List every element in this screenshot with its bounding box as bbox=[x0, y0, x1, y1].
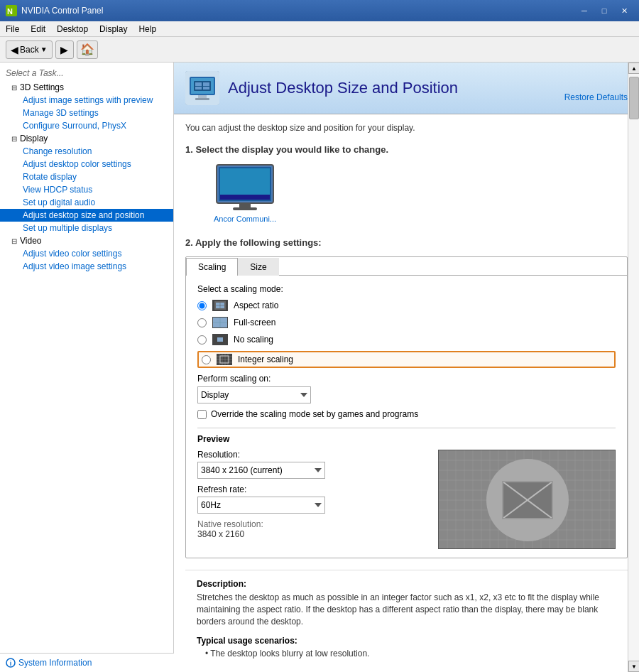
radio-aspect-ratio-input[interactable] bbox=[197, 301, 207, 310]
sidebar-item-manage-3d[interactable]: Manage 3D settings bbox=[0, 107, 173, 119]
radio-fullscreen-input[interactable] bbox=[197, 318, 207, 327]
close-button[interactable]: ✕ bbox=[615, 4, 633, 18]
preview-grid bbox=[438, 450, 616, 549]
no-scaling-icon bbox=[212, 334, 228, 345]
radio-integer-scaling[interactable]: Integer scaling bbox=[197, 351, 616, 368]
system-info-label: System Information bbox=[18, 658, 92, 668]
svg-rect-11 bbox=[203, 82, 209, 86]
header-icon-svg bbox=[185, 71, 219, 105]
scrollbar-thumb[interactable] bbox=[629, 77, 639, 119]
content-header-title: Adjust Desktop Size and Position bbox=[228, 79, 556, 97]
scrollbar-up[interactable]: ▲ bbox=[628, 63, 639, 74]
sidebar-item-video-image[interactable]: Adjust video image settings bbox=[0, 260, 173, 273]
refresh-rate-label: Refresh rate: bbox=[197, 484, 427, 494]
perform-scaling-label: Perform scaling on: bbox=[197, 374, 616, 384]
expand-icon-3d: ⊟ bbox=[11, 84, 17, 92]
perform-scaling-dropdown-row: Display GPU bbox=[197, 386, 616, 403]
app-icon: N bbox=[6, 5, 17, 16]
fullscreen-icon bbox=[212, 317, 228, 328]
preview-section: Resolution: 3840 x 2160 (current) 1920 x… bbox=[197, 450, 616, 549]
svg-rect-18 bbox=[239, 203, 251, 207]
expand-icon-display: ⊟ bbox=[11, 135, 17, 143]
restore-defaults-button[interactable]: Restore Defaults bbox=[564, 92, 628, 105]
radio-no-scaling-label: No scaling bbox=[234, 335, 273, 345]
menu-edit[interactable]: Edit bbox=[25, 21, 51, 36]
radio-no-scaling-input[interactable] bbox=[197, 335, 207, 345]
aspect-ratio-icon bbox=[212, 300, 228, 311]
sidebar-section-display-label: Display bbox=[20, 134, 48, 143]
sidebar-section-3d[interactable]: ⊟ 3D Settings bbox=[0, 81, 173, 94]
sidebar-item-adjust-image[interactable]: Adjust image settings with preview bbox=[0, 94, 173, 107]
radio-integer-scaling-label: Integer scaling bbox=[238, 354, 293, 364]
sidebar-section-display[interactable]: ⊟ Display bbox=[0, 132, 173, 145]
native-res-value: 3840 x 2160 bbox=[197, 529, 427, 539]
tab-content-scaling: Select a scaling mode: Aspect ratio bbox=[186, 276, 627, 558]
refresh-rate-dropdown[interactable]: 60Hz 30Hz bbox=[197, 497, 325, 514]
sidebar-section-video[interactable]: ⊟ Video bbox=[0, 234, 173, 247]
svg-rect-19 bbox=[233, 207, 257, 210]
override-checkbox[interactable] bbox=[197, 410, 207, 419]
back-dropdown-icon: ▼ bbox=[40, 45, 48, 53]
menu-desktop[interactable]: Desktop bbox=[51, 21, 94, 36]
radio-integer-scaling-input[interactable] bbox=[202, 355, 211, 364]
sidebar-item-digital-audio[interactable]: Set up digital audio bbox=[0, 196, 173, 209]
usage-label: Typical usage scenarios: bbox=[197, 636, 616, 646]
resolution-dropdown[interactable]: 3840 x 2160 (current) 1920 x 1080 2560 x… bbox=[197, 462, 325, 479]
sidebar-item-desktop-size[interactable]: Adjust desktop size and position bbox=[0, 209, 173, 222]
settings-panel: Scaling Size Select a scaling mode: bbox=[185, 256, 628, 558]
back-label: Back bbox=[20, 45, 39, 55]
back-button[interactable]: ◀ Back ▼ bbox=[6, 40, 53, 59]
radio-fullscreen[interactable]: Full-screen bbox=[197, 317, 616, 328]
sidebar-item-multiple-displays[interactable]: Set up multiple displays bbox=[0, 222, 173, 234]
resolution-field-row: Resolution: 3840 x 2160 (current) 1920 x… bbox=[197, 450, 427, 479]
sidebar-item-change-resolution[interactable]: Change resolution bbox=[0, 145, 173, 158]
display-selector-area: Ancor Communi... bbox=[202, 163, 628, 223]
expand-icon-video: ⊟ bbox=[11, 237, 17, 245]
sidebar-item-surround[interactable]: Configure Surround, PhysX bbox=[0, 119, 173, 132]
home-button[interactable]: 🏠 bbox=[77, 40, 98, 59]
forward-icon: ▶ bbox=[60, 44, 68, 55]
title-bar-controls: ─ □ ✕ bbox=[575, 4, 633, 18]
sidebar-item-video-color[interactable]: Adjust video color settings bbox=[0, 247, 173, 260]
perform-scaling-dropdown[interactable]: Display GPU bbox=[197, 386, 311, 403]
svg-rect-10 bbox=[195, 82, 202, 86]
preview-controls: Resolution: 3840 x 2160 (current) 1920 x… bbox=[197, 450, 427, 545]
sidebar-item-rotate-display[interactable]: Rotate display bbox=[0, 170, 173, 183]
menu-file[interactable]: File bbox=[0, 21, 25, 36]
home-icon: 🏠 bbox=[80, 43, 94, 56]
header-icon bbox=[185, 71, 219, 105]
svg-rect-12 bbox=[195, 87, 202, 90]
menu-bar: File Edit Desktop Display Help bbox=[0, 21, 639, 37]
content-header: Adjust Desktop Size and Position Restore… bbox=[174, 63, 639, 114]
section1-title: 1. Select the display you would like to … bbox=[185, 144, 628, 155]
radio-no-scaling[interactable]: No scaling bbox=[197, 334, 616, 345]
radio-fullscreen-label: Full-screen bbox=[234, 318, 275, 327]
maximize-button[interactable]: □ bbox=[595, 4, 613, 18]
sidebar-item-hdcp[interactable]: View HDCP status bbox=[0, 183, 173, 196]
sidebar-section-video-label: Video bbox=[20, 236, 41, 246]
forward-button[interactable]: ▶ bbox=[55, 40, 74, 59]
preview-label: Preview bbox=[197, 434, 616, 444]
svg-text:i: i bbox=[10, 660, 12, 667]
resolution-label: Resolution: bbox=[197, 450, 427, 460]
scrollbar-down[interactable]: ▼ bbox=[628, 661, 639, 672]
content-body: You can adjust the desktop size and posi… bbox=[174, 114, 639, 672]
integer-scaling-icon bbox=[217, 354, 232, 365]
menu-display[interactable]: Display bbox=[94, 21, 133, 36]
tab-scaling[interactable]: Scaling bbox=[186, 258, 238, 276]
monitor-svg bbox=[213, 163, 277, 215]
display-selector[interactable]: Ancor Communi... bbox=[202, 163, 288, 223]
sidebar-item-color-settings[interactable]: Adjust desktop color settings bbox=[0, 158, 173, 170]
title-bar: N NVIDIA Control Panel ─ □ ✕ bbox=[0, 0, 639, 21]
section2-title: 2. Apply the following settings: bbox=[185, 237, 628, 248]
menu-help[interactable]: Help bbox=[133, 21, 162, 36]
radio-aspect-ratio[interactable]: Aspect ratio bbox=[197, 300, 616, 311]
override-label: Override the scaling mode set by games a… bbox=[211, 409, 418, 419]
right-scrollbar[interactable]: ▲ ▼ bbox=[628, 63, 639, 672]
preview-grid-svg bbox=[439, 450, 616, 549]
native-res-label: Native resolution: bbox=[197, 519, 427, 529]
tab-size[interactable]: Size bbox=[238, 258, 278, 276]
sidebar-footer[interactable]: i System Information bbox=[0, 653, 174, 672]
minimize-button[interactable]: ─ bbox=[575, 4, 594, 18]
override-checkbox-row[interactable]: Override the scaling mode set by games a… bbox=[197, 409, 616, 419]
